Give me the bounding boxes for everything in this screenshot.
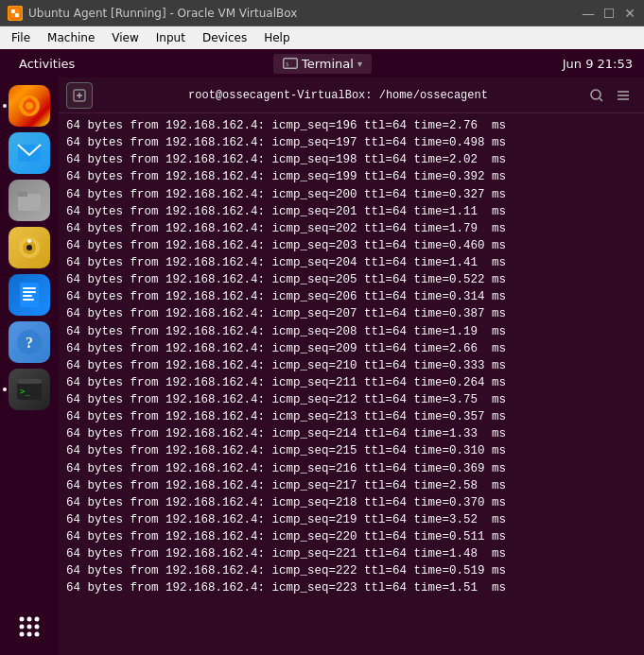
- ubuntu-topbar: Activities $ Terminal ▾ Jun 9 21:53: [0, 49, 644, 78]
- firefox-active-dot: [3, 104, 7, 108]
- vbox-titlebar: Ubuntu Agent [Running] - Oracle VM Virtu…: [0, 0, 644, 26]
- svg-point-33: [35, 632, 40, 637]
- menu-machine[interactable]: Machine: [40, 29, 102, 46]
- vbox-icon: [8, 6, 23, 21]
- terminal-title: root@ossecagent-VirtualBox: /home/osseca…: [93, 89, 583, 102]
- terminal-search-button[interactable]: [583, 82, 610, 109]
- svg-point-13: [26, 245, 32, 250]
- svg-rect-0: [9, 8, 21, 19]
- new-tab-button[interactable]: [66, 82, 93, 109]
- terminal-header: root@ossecagent-VirtualBox: /home/osseca…: [59, 78, 644, 113]
- menu-file[interactable]: File: [4, 29, 38, 46]
- ping-line: 64 bytes from 192.168.162.4: icmp_seq=20…: [66, 186, 636, 203]
- menu-view[interactable]: View: [104, 29, 146, 46]
- svg-point-7: [26, 102, 33, 110]
- vbox-menubar: File Machine View Input Devices Help: [0, 26, 644, 49]
- menu-input[interactable]: Input: [148, 29, 193, 46]
- svg-text:?: ?: [26, 335, 33, 351]
- terminal-active-dot: [3, 388, 7, 391]
- ping-line: 64 bytes from 192.168.162.4: icmp_seq=20…: [66, 288, 636, 305]
- terminal-main: root@ossecagent-VirtualBox: /home/osseca…: [59, 78, 644, 655]
- ping-line: 64 bytes from 192.168.162.4: icmp_seq=20…: [66, 340, 636, 357]
- ping-line: 64 bytes from 192.168.162.4: icmp_seq=21…: [66, 391, 636, 408]
- svg-point-14: [27, 239, 31, 243]
- svg-point-30: [35, 625, 40, 629]
- svg-rect-16: [23, 287, 36, 289]
- svg-point-31: [20, 632, 25, 637]
- svg-point-29: [27, 625, 32, 629]
- datetime-display: Jun 9 21:53: [563, 57, 633, 71]
- terminal-menu-button[interactable]: [610, 82, 636, 109]
- ping-line: 64 bytes from 192.168.162.4: icmp_seq=20…: [66, 220, 636, 237]
- ping-line: 64 bytes from 192.168.162.4: icmp_seq=21…: [66, 494, 636, 511]
- ping-line: 64 bytes from 192.168.162.4: icmp_seq=21…: [66, 442, 636, 459]
- svg-rect-10: [18, 192, 27, 197]
- ping-line: 64 bytes from 192.168.162.4: icmp_seq=22…: [66, 528, 636, 545]
- svg-point-25: [20, 617, 25, 622]
- ping-line: 64 bytes from 192.168.162.4: icmp_seq=21…: [66, 425, 636, 442]
- ping-line: 64 bytes from 192.168.162.4: icmp_seq=22…: [66, 545, 636, 562]
- sidebar: ? >_: [0, 78, 59, 655]
- menu-devices[interactable]: Devices: [195, 29, 254, 46]
- svg-point-26: [27, 617, 32, 622]
- ping-line: 64 bytes from 192.168.162.4: icmp_seq=22…: [66, 562, 636, 579]
- maximize-button[interactable]: ☐: [602, 7, 616, 20]
- terminal-tab-label: Terminal: [302, 57, 354, 71]
- svg-text:$: $: [286, 60, 289, 67]
- ping-line: 64 bytes from 192.168.162.4: icmp_seq=19…: [66, 151, 636, 168]
- ping-line: 64 bytes from 192.168.162.4: icmp_seq=20…: [66, 254, 636, 271]
- sidebar-icon-writer[interactable]: [9, 274, 50, 316]
- vbox-title-left: Ubuntu Agent [Running] - Oracle VM Virtu…: [8, 6, 297, 21]
- ping-line: 64 bytes from 192.168.162.4: icmp_seq=20…: [66, 305, 636, 322]
- ping-line: 64 bytes from 192.168.162.4: icmp_seq=20…: [66, 237, 636, 254]
- sidebar-icon-files[interactable]: [9, 180, 50, 221]
- terminal-tab-icon: $: [283, 58, 298, 69]
- terminal-window: ? >_: [0, 78, 644, 655]
- svg-text:>_: >_: [20, 387, 30, 396]
- sidebar-icon-terminal[interactable]: >_: [9, 369, 50, 410]
- svg-rect-17: [23, 291, 36, 293]
- svg-point-28: [20, 625, 25, 629]
- ping-line: 64 bytes from 192.168.162.4: icmp_seq=20…: [66, 271, 636, 288]
- vbox-window-controls: — ☐ ✕: [582, 7, 636, 20]
- sidebar-icon-firefox[interactable]: [9, 85, 50, 127]
- vbox-title-text: Ubuntu Agent [Running] - Oracle VM Virtu…: [28, 7, 297, 20]
- terminal-tab-arrow: ▾: [357, 59, 362, 69]
- menu-help[interactable]: Help: [256, 29, 297, 46]
- minimize-button[interactable]: —: [582, 7, 595, 20]
- activities-button[interactable]: Activities: [11, 53, 82, 75]
- terminal-tab[interactable]: $ Terminal ▾: [273, 54, 372, 74]
- sidebar-icon-help[interactable]: ?: [9, 321, 50, 363]
- ping-line: 64 bytes from 192.168.162.4: icmp_seq=20…: [66, 203, 636, 220]
- svg-point-32: [27, 632, 32, 637]
- close-button[interactable]: ✕: [623, 7, 636, 20]
- svg-rect-19: [23, 299, 34, 301]
- ping-line: 64 bytes from 192.168.162.4: icmp_seq=21…: [66, 408, 636, 425]
- sidebar-icon-app-grid[interactable]: [9, 606, 50, 647]
- ping-line: 64 bytes from 192.168.162.4: icmp_seq=21…: [66, 477, 636, 494]
- terminal-output[interactable]: 64 bytes from 192.168.162.4: icmp_seq=19…: [59, 113, 644, 655]
- sidebar-icon-mail[interactable]: [9, 132, 50, 174]
- sidebar-icon-rhythmbox[interactable]: [9, 227, 50, 268]
- ping-line: 64 bytes from 192.168.162.4: icmp_seq=21…: [66, 460, 636, 477]
- ping-line: 64 bytes from 192.168.162.4: icmp_seq=19…: [66, 134, 636, 151]
- ping-line: 64 bytes from 192.168.162.4: icmp_seq=21…: [66, 511, 636, 528]
- ping-line: 64 bytes from 192.168.162.4: icmp_seq=21…: [66, 374, 636, 391]
- svg-rect-23: [17, 379, 42, 384]
- svg-point-37: [591, 90, 600, 99]
- topbar-center: $ Terminal ▾: [82, 54, 562, 74]
- ping-line: 64 bytes from 192.168.162.4: icmp_seq=19…: [66, 168, 636, 185]
- ping-line: 64 bytes from 192.168.162.4: icmp_seq=21…: [66, 357, 636, 374]
- svg-line-38: [600, 98, 602, 101]
- svg-rect-18: [23, 295, 32, 297]
- ping-line: 64 bytes from 192.168.162.4: icmp_seq=19…: [66, 117, 636, 134]
- svg-rect-2: [15, 13, 19, 17]
- ping-line: 64 bytes from 192.168.162.4: icmp_seq=22…: [66, 579, 636, 596]
- svg-rect-1: [11, 9, 15, 13]
- ping-line: 64 bytes from 192.168.162.4: icmp_seq=20…: [66, 323, 636, 340]
- svg-point-27: [35, 617, 40, 622]
